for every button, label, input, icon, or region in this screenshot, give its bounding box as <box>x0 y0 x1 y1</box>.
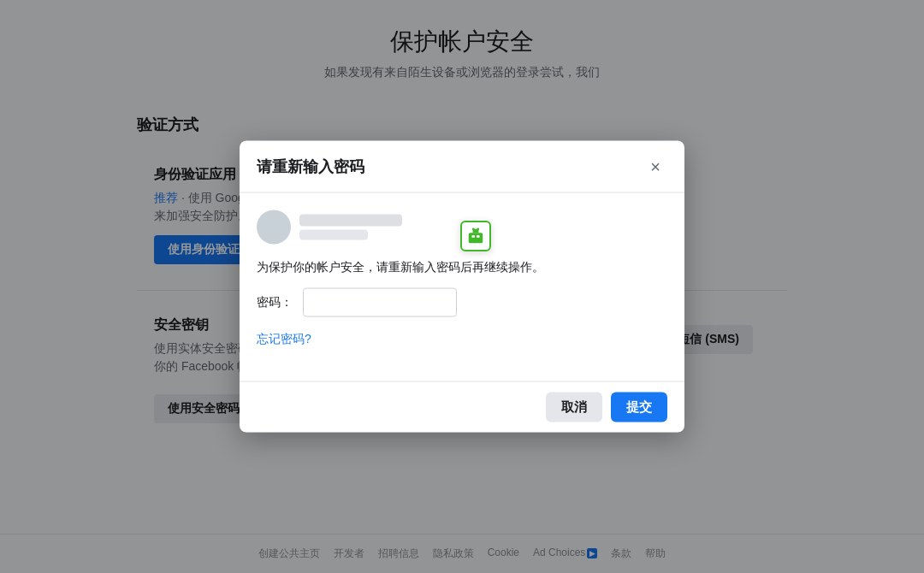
modal-description: 为保护你的帐户安全，请重新输入密码后再继续操作。 <box>257 258 667 276</box>
captcha-icon <box>460 221 491 251</box>
user-name-info <box>299 215 402 240</box>
svg-rect-1 <box>471 235 475 238</box>
submit-button[interactable]: 提交 <box>611 393 667 422</box>
password-row: 密码： <box>257 288 667 317</box>
password-label: 密码： <box>257 295 293 310</box>
forgot-password-link[interactable]: 忘记密码? <box>257 332 311 347</box>
reenter-password-modal: 请重新输入密码 × 为保护你的帐户安全，请重新输入密码后再继续操作。 密码： 忘… <box>240 141 684 433</box>
user-email-blur <box>299 230 368 240</box>
svg-rect-0 <box>469 233 483 243</box>
modal-title: 请重新输入密码 <box>257 157 364 177</box>
user-avatar <box>257 210 291 245</box>
cancel-button[interactable]: 取消 <box>546 393 602 422</box>
user-name-blur <box>299 215 402 227</box>
modal-header: 请重新输入密码 × <box>240 141 684 193</box>
svg-rect-2 <box>477 235 480 238</box>
password-input[interactable] <box>303 288 457 317</box>
modal-close-button[interactable]: × <box>643 155 667 179</box>
modal-footer: 取消 提交 <box>240 381 684 433</box>
